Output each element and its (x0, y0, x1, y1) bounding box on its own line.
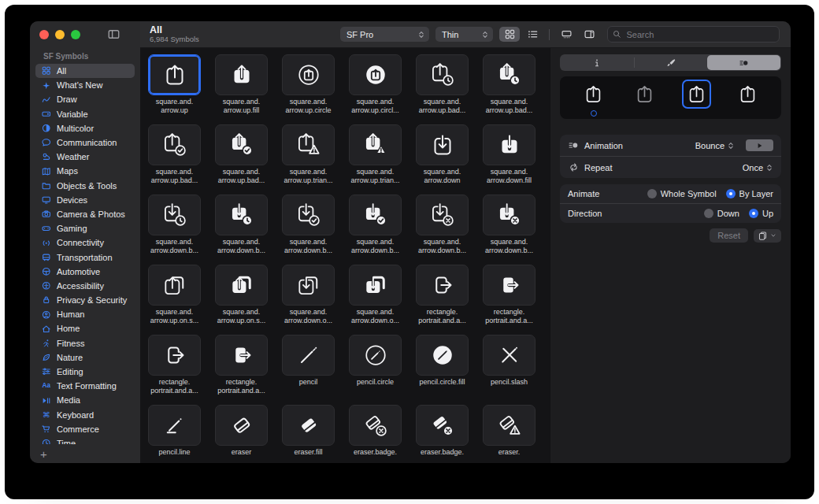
symbol-pencil-circle[interactable]: pencil.circle (349, 335, 402, 395)
sidebar-item-variable[interactable]: Variable (35, 107, 135, 121)
sidebar-item-home[interactable]: Home (35, 321, 135, 335)
sidebar-item-what-s-new[interactable]: What's New (35, 78, 135, 92)
preview-variant-4[interactable] (733, 80, 762, 117)
symbol-sq-down-badge-x[interactable]: square.and.arrow.down.b... (416, 195, 469, 255)
tab-animation[interactable] (707, 55, 780, 70)
sidebar-item-media[interactable]: Media (35, 393, 135, 407)
symbol-sq-down-fill-badge-check[interactable]: square.and.arrow.down.b... (349, 195, 402, 255)
zoom-window-button[interactable] (71, 30, 80, 39)
minimize-window-button[interactable] (55, 30, 65, 39)
symbol-sq-up-fill-badge-warn[interactable]: square.and.arrow.up.trian... (349, 124, 402, 185)
symbol-sq-down-badge-clock[interactable]: square.and.arrow.down.b... (148, 195, 201, 255)
symbol-rect-right-fill[interactable]: rectangle.portrait.and.a... (483, 265, 536, 325)
inspector-toggle-button[interactable] (579, 27, 599, 42)
symbol-rect-right[interactable]: rectangle.portrait.and.a... (416, 265, 469, 325)
reset-button[interactable]: Reset (710, 228, 748, 243)
sidebar-item-multicolor[interactable]: Multicolor (35, 121, 135, 135)
symbol-sq-up-fill-badge-clock[interactable]: square.and.arrow.up.bad... (483, 54, 536, 115)
sidebar-item-gaming[interactable]: Gaming (35, 221, 135, 235)
sidebar-item-maps[interactable]: Maps (35, 164, 135, 178)
copy-animation-button[interactable] (754, 229, 781, 243)
symbol-sq-down-fill[interactable]: square.and.arrow.down.fill (483, 124, 536, 185)
sidebar-item-objects-tools[interactable]: Objects & Tools (35, 179, 135, 193)
sidebar-item-draw[interactable]: Draw (35, 92, 135, 106)
symbol-sq-up-double[interactable]: square.and.arrow.up.on.s... (148, 265, 201, 325)
symbol-sq-down-fill-badge-x[interactable]: square.and.arrow.down.b... (483, 195, 536, 255)
list-view-button[interactable] (522, 27, 543, 42)
weight-select[interactable]: Thin (435, 27, 493, 42)
grid-view-button[interactable] (499, 27, 520, 42)
radio-by-layer[interactable]: By Layer (726, 189, 773, 198)
tab-info[interactable] (561, 55, 634, 70)
symbol-sq-up-badge-warn[interactable]: square.and.arrow.up.trian... (282, 124, 335, 185)
sidebar-item-weather[interactable]: Weather (35, 150, 135, 164)
symbol-sq-up-double-fill[interactable]: square.and.arrow.up.on.s... (215, 265, 268, 325)
sidebar-item-connectivity[interactable]: Connectivity (35, 235, 135, 250)
sidebar-item-privacy-security[interactable]: Privacy & Security (35, 293, 135, 307)
radio-control[interactable] (704, 209, 713, 218)
repeat-select[interactable]: Once (743, 163, 773, 172)
sidebar-item-time[interactable]: Time (35, 436, 135, 444)
symbol-sq-up-circle-fill[interactable]: square.and.arrow.up.circl... (349, 54, 402, 115)
preview-variant-3[interactable] (682, 80, 711, 117)
search-field[interactable] (607, 26, 780, 43)
gallery-view-button[interactable] (556, 27, 576, 42)
symbol-eraser-badge-warn[interactable]: eraser. (483, 405, 536, 457)
play-animation-button[interactable] (746, 139, 773, 151)
sidebar-item-keyboard[interactable]: ⌘ Keyboard (35, 408, 135, 422)
sidebar-item-communication[interactable]: Communication (35, 135, 135, 150)
symbol-eraser[interactable]: eraser (215, 405, 268, 457)
sq-down-badge-clock-icon (163, 203, 187, 227)
symbol-rect-right[interactable]: rectangle.portrait.and.a... (148, 335, 201, 395)
sidebar-item-all[interactable]: All (35, 64, 135, 78)
symbol-sq-down-fill-badge-clock[interactable]: square.and.arrow.down.b... (215, 195, 268, 255)
sidebar-item-camera-photos[interactable]: Camera & Photos (35, 207, 135, 221)
radio-control[interactable] (726, 189, 736, 198)
sidebar-toggle-icon[interactable] (108, 28, 120, 40)
sidebar-item-editing[interactable]: Editing (35, 365, 135, 379)
symbol-sq-down[interactable]: square.and.arrow.down (416, 124, 469, 185)
symbol-sq-up-badge-clock[interactable]: square.and.arrow.up.bad... (416, 54, 469, 115)
add-collection-button[interactable]: + (30, 444, 140, 463)
radio-control[interactable] (749, 209, 758, 218)
symbol-grid-pane[interactable]: square.and.arrow.up square.and.arrow.up.… (140, 48, 550, 463)
symbol-sq-down-double-fill[interactable]: square.and.arrow.down.o... (349, 265, 402, 325)
symbol-pencil-circle-fill[interactable]: pencil.circle.fill (416, 335, 469, 395)
tab-rendering[interactable] (635, 55, 708, 70)
symbol-sq-down-double[interactable]: square.and.arrow.down.o... (282, 265, 335, 325)
symbol-pencil[interactable]: pencil (282, 335, 335, 395)
export-copy-icon (758, 232, 767, 240)
search-input[interactable] (625, 29, 775, 40)
symbol-sq-up-badge-check[interactable]: square.and.arrow.up.bad... (148, 124, 201, 185)
sidebar-item-human[interactable]: Human (35, 307, 135, 321)
symbol-pencil-slash[interactable]: pencil.slash (483, 335, 536, 395)
animation-style-select[interactable]: Bounce (695, 141, 735, 150)
radio-control[interactable] (647, 189, 657, 198)
symbol-eraser-fill-badge-x[interactable]: eraser.badge. (416, 405, 469, 457)
radio-whole-symbol[interactable]: Whole Symbol (647, 189, 717, 198)
sidebar-item-fitness[interactable]: Fitness (35, 336, 135, 350)
symbol-sq-down-badge-check[interactable]: square.and.arrow.down.b... (282, 195, 335, 255)
font-select[interactable]: SF Pro (340, 27, 429, 42)
stepper-icon (727, 142, 735, 150)
sidebar-item-commerce[interactable]: Commerce (35, 422, 135, 436)
symbol-pencil-line[interactable]: pencil.line (148, 405, 201, 457)
sidebar-item-devices[interactable]: Devices (35, 193, 135, 207)
close-window-button[interactable] (39, 30, 49, 39)
symbol-eraser-badge-x[interactable]: eraser.badge. (349, 405, 402, 457)
symbol-sq-up[interactable]: square.and.arrow.up (148, 54, 201, 115)
symbol-eraser-fill[interactable]: eraser.fill (282, 405, 335, 457)
symbol-sq-up-fill-badge-check[interactable]: square.and.arrow.up.bad... (215, 124, 268, 185)
symbol-rect-right-fill[interactable]: rectangle.portrait.and.a... (215, 335, 268, 395)
sidebar-item-transportation[interactable]: Transportation (35, 250, 135, 264)
sidebar-item-nature[interactable]: Nature (35, 350, 135, 365)
preview-variant-1[interactable] (579, 80, 608, 117)
symbol-sq-up-circle[interactable]: square.and.arrow.up.circle (282, 54, 335, 115)
radio-up[interactable]: Up (749, 209, 773, 218)
sidebar-item-automotive[interactable]: Automotive (35, 265, 135, 279)
sidebar-item-accessibility[interactable]: Accessibility (35, 279, 135, 293)
symbol-sq-up-fill[interactable]: square.and.arrow.up.fill (215, 54, 268, 115)
preview-variant-2[interactable] (630, 80, 659, 117)
radio-down[interactable]: Down (704, 209, 739, 218)
sidebar-item-text-formatting[interactable]: Aa Text Formatting (35, 379, 135, 393)
